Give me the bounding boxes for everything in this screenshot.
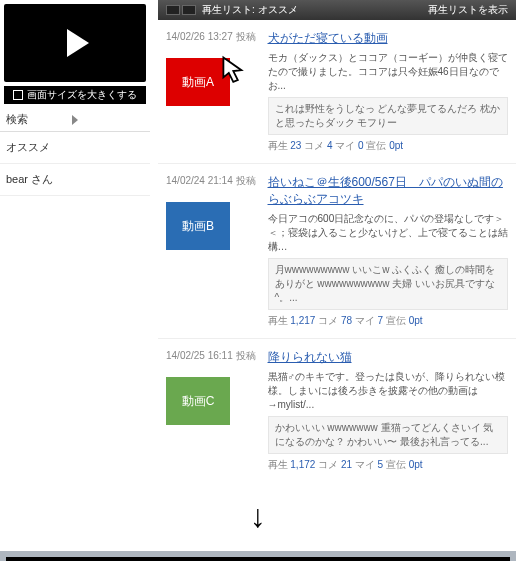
arrow-down-icon: ↓ [0,482,516,551]
player-panel: 【ニュース】 "戦わない"ロボアニメがニコ動で ▸ 動画Aが 再生開始される コ… [0,551,516,561]
mini-player[interactable] [4,4,146,82]
video-row[interactable]: 14/02/26 13:27 投稿 動画A 犬がただ寝ている動画 モカ（ダックス… [158,20,516,164]
view-toggle[interactable] [166,5,196,15]
video-description: 今日アコの600日記念なのに、パパの登場なしです＞＜；寝袋は入ること少ないけど、… [268,212,508,254]
video-thumbnail[interactable]: 動画C [166,377,230,425]
video-title-link[interactable]: 拾いねこ＠生後600/567日 パパのいぬ間のらぶらぶアコツキ [268,174,508,208]
video-stats: 再生 1,217 コメ 78 マイ 7 宣伝 0pt [268,314,508,328]
video-thumbnail[interactable]: 動画B [166,202,230,250]
show-playlist-link[interactable]: 再生リストを表示 [428,3,508,17]
expand-icon [13,90,23,100]
resize-button[interactable]: 画面サイズを大きくする [4,86,146,104]
top-panel: 画面サイズを大きくする 検索 オススメ bear さん 再生リスト: オススメ … [0,0,516,482]
view-list-icon [166,5,180,15]
video-date: 14/02/26 13:27 投稿 [166,30,256,44]
video-row[interactable]: 14/02/25 16:11 投稿 動画C 降りられない猫 黒猫♂のキキです。登… [158,339,516,482]
video-description: モカ（ダックス）とココア（コーギー）が仲良く寝てたので撮りました。ココアは只今妊… [268,51,508,93]
video-title-link[interactable]: 犬がただ寝ている動画 [268,30,388,47]
video-stats: 再生 1,172 コメ 21 マイ 5 宣伝 0pt [268,458,508,472]
video-date: 14/02/24 21:14 投稿 [166,174,256,188]
play-icon [67,29,89,57]
sidebar-item-user[interactable]: bear さん [0,164,150,196]
resize-label: 画面サイズを大きくする [27,88,137,102]
video-title-link[interactable]: 降りられない猫 [268,349,352,366]
search-label: 検索 [6,112,72,127]
left-column: 画面サイズを大きくする 検索 オススメ bear さん [0,0,150,482]
video-stats: 再生 23 コメ 4 マイ 0 宣伝 0pt [268,139,508,153]
search-row[interactable]: 検索 [0,108,150,132]
video-comment-preview: かわいいい wwwwwww 重猫ってどんくさいイ 気になるのかな？ かわいい〜 … [268,416,508,454]
playlist-header: 再生リスト: オススメ 再生リストを表示 [158,0,516,20]
right-column: 再生リスト: オススメ 再生リストを表示 14/02/26 13:27 投稿 動… [158,0,516,482]
sidebar-item-recommend[interactable]: オススメ [0,132,150,164]
video-comment-preview: これは野性をうしなっ どんな夢見てるんだろ 枕かと思ったらダック モフりー [268,97,508,135]
chevron-right-icon [72,115,144,125]
cursor-icon [218,54,254,92]
video-date: 14/02/25 16:11 投稿 [166,349,256,363]
player-frame: 【ニュース】 "戦わない"ロボアニメがニコ動で ▸ 動画Aが 再生開始される コ… [6,557,510,561]
video-row[interactable]: 14/02/24 21:14 投稿 動画B 拾いねこ＠生後600/567日 パパ… [158,164,516,339]
view-grid-icon [182,5,196,15]
video-comment-preview: 月wwwwwwwww いいこw ふくふく 癒しの時間をありがと wwwwwwww… [268,258,508,310]
playlist-title: 再生リスト: オススメ [202,3,298,17]
svg-marker-0 [223,58,241,82]
video-description: 黒猫♂のキキです。登ったは良いが、降りられない模様。しまいには後ろ歩きを披露その… [268,370,508,412]
